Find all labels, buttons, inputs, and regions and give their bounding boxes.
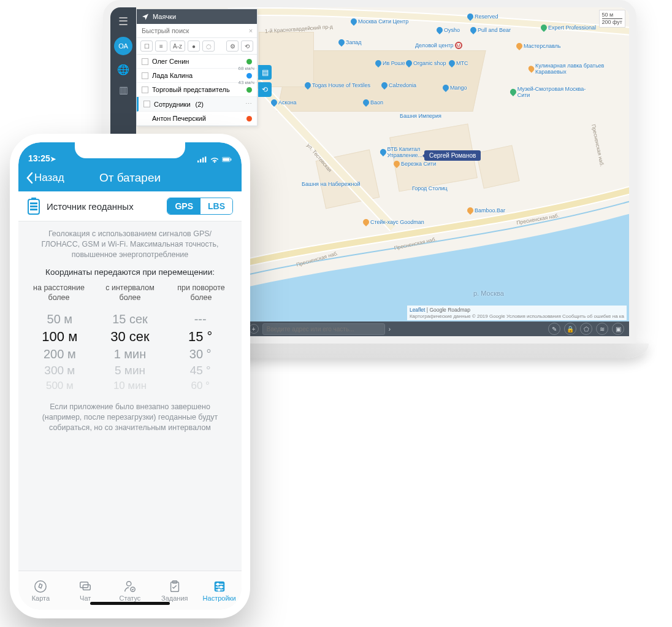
wheel-headers: на расстояние более с интервалом более п… <box>18 283 242 312</box>
picker-wheels[interactable]: 50 м 100 м 200 м 300 м 500 м 15 сек 30 с… <box>18 311 242 393</box>
geo-note: Если приложение было внезапно завершено … <box>18 393 242 442</box>
map-poi: Bamboo.Bar <box>467 207 505 213</box>
list-item[interactable]: Лада Калина 43 км/ч <box>137 69 257 83</box>
group-count: (2) <box>196 101 204 108</box>
tool-eraser-icon[interactable]: ✎ <box>548 323 560 335</box>
status-dot <box>246 73 252 79</box>
sort-button[interactable]: A-z <box>170 40 185 52</box>
map-poi: Ив Роше <box>375 60 405 66</box>
map-river-label: р. Москва <box>473 290 504 297</box>
tool-shape-icon[interactable]: ⬠ <box>580 323 592 335</box>
settings-sliders-icon[interactable]: ⚙ <box>226 40 239 52</box>
map-poi: Москва Сити Центр <box>351 18 408 25</box>
phone-mockup: 13:25 ➤ Назад От батареи <box>10 134 250 618</box>
panel-toolbar: ☐ ≡ A-z ● ◌ ⚙ ⟲ <box>137 38 257 55</box>
group-checkbox[interactable] <box>143 101 150 107</box>
chart-icon[interactable]: ▥ <box>119 84 128 96</box>
beacons-panel: Маячки × ☐ ≡ A-z ● ◌ ⚙ ⟲ Олег Сенин <box>136 9 258 126</box>
tab-settings[interactable]: Настройки <box>197 571 242 610</box>
tool-fullscreen-icon[interactable]: ▣ <box>612 323 624 335</box>
map-poi: Стейк-хаус Goodman <box>363 219 424 225</box>
zoom-in-icon[interactable]: + <box>249 324 259 334</box>
refresh-icon[interactable]: ⟲ <box>241 40 253 52</box>
col-header-angle: при повороте более <box>166 283 237 303</box>
map-poi: Expert Professional <box>541 25 596 31</box>
wheel-interval[interactable]: 15 сек 30 сек 1 мин 5 мин 10 мин <box>95 311 166 393</box>
filter-dot-icon[interactable]: ● <box>188 40 200 52</box>
map-poi: Запад <box>338 39 362 45</box>
map-poi: Togas House of Textiles <box>305 82 370 88</box>
group-label: Сотрудники <box>154 101 191 108</box>
wheel-distance[interactable]: 50 м 100 м 200 м 300 м 500 м <box>25 311 95 393</box>
svg-point-15 <box>126 581 131 585</box>
panel-search: × <box>137 24 257 38</box>
sliders-icon <box>212 580 227 593</box>
map-poi: Деловой центр М <box>415 42 462 49</box>
svg-rect-9 <box>30 202 37 204</box>
svg-rect-2 <box>202 158 204 163</box>
svg-rect-3 <box>205 156 206 163</box>
beacons-list: Олег Сенин 68 км/ч Лада Калина 43 км/ч Т… <box>137 55 257 126</box>
svg-rect-5 <box>223 158 229 161</box>
geo-source-row: Источник геоданных GPS LBS <box>18 191 242 221</box>
clipboard-icon <box>167 580 183 593</box>
status-dot <box>246 87 252 93</box>
battery-level-icon <box>27 198 40 215</box>
back-button[interactable]: Назад <box>26 172 64 184</box>
item-checkbox[interactable] <box>142 58 148 65</box>
list-item[interactable]: Олег Сенин 68 км/ч <box>137 55 257 69</box>
leaflet-link[interactable]: Leaflet <box>410 307 426 313</box>
menu-icon[interactable]: ☰ <box>118 15 128 28</box>
search-input[interactable] <box>137 24 245 37</box>
geo-source-label: Источник геоданных <box>47 201 161 212</box>
filter-circle-icon[interactable]: ◌ <box>202 40 215 52</box>
item-checkbox[interactable] <box>142 87 148 93</box>
status-dot <box>246 59 252 64</box>
map-poi: Аскона <box>271 99 297 106</box>
segment-gps[interactable]: GPS <box>167 198 200 214</box>
clear-search-icon[interactable]: × <box>245 24 257 37</box>
item-checkbox[interactable] <box>142 72 148 79</box>
tool-layers-icon[interactable]: ≋ <box>596 323 608 335</box>
map-poi: Oysho <box>437 27 460 33</box>
panel-header: Маячки <box>137 9 257 24</box>
map-poi: Organic shop <box>406 60 446 66</box>
col-header-distance: на расстояние более <box>23 283 94 303</box>
select-all-checkbox[interactable]: ☐ <box>140 40 153 52</box>
list-item[interactable]: Торговый представитель <box>137 83 257 97</box>
col-header-interval: с интервалом более <box>94 283 166 303</box>
item-label: Лада Калина <box>152 72 193 79</box>
location-arrow-icon <box>142 13 149 20</box>
item-label: Антон Печерский <box>152 115 206 122</box>
wifi-icon <box>210 156 220 163</box>
svg-point-23 <box>220 586 222 588</box>
svg-rect-6 <box>231 158 231 161</box>
location-indicator-icon: ➤ <box>50 155 56 163</box>
home-indicator[interactable] <box>90 602 170 605</box>
tool-lock-icon[interactable]: 🔒 <box>564 323 576 335</box>
chevron-left-icon <box>26 172 33 184</box>
panel-expand-icon[interactable]: ▤ <box>258 65 272 80</box>
list-group[interactable]: Сотрудники (2) ⋯ <box>137 97 257 112</box>
map-poi: МТС <box>449 60 468 66</box>
user-avatar[interactable]: ОА <box>114 37 132 55</box>
wheel-angle[interactable]: --- 15 ° 30 ° 45 ° 60 ° <box>165 311 235 393</box>
map-tracked-marker[interactable]: Сергей Романов <box>424 150 481 161</box>
battery-icon <box>222 156 232 163</box>
segment-lbs[interactable]: LBS <box>200 198 232 214</box>
address-search-input[interactable] <box>262 323 385 335</box>
map-scale: 50 м 200 фут <box>599 10 625 28</box>
phone-notch <box>75 142 185 158</box>
section-subhead: Координаты передаются при перемещении: <box>18 266 242 283</box>
search-go-icon[interactable]: › <box>389 326 391 333</box>
geo-source-segment: GPS LBS <box>167 198 233 215</box>
compass-icon <box>32 580 48 593</box>
panel-history-icon[interactable]: ⟲ <box>258 82 272 97</box>
tab-map[interactable]: Карта <box>18 571 63 610</box>
svg-point-25 <box>218 589 220 591</box>
list-item[interactable]: Антон Печерский <box>137 112 257 126</box>
globe-icon[interactable]: 🌐 <box>117 64 129 75</box>
map-attribution: Leaflet | Google Roadmap Картографически… <box>407 306 627 320</box>
group-menu-icon[interactable]: ⋯ <box>245 100 252 108</box>
list-view-icon[interactable]: ≡ <box>155 40 167 52</box>
